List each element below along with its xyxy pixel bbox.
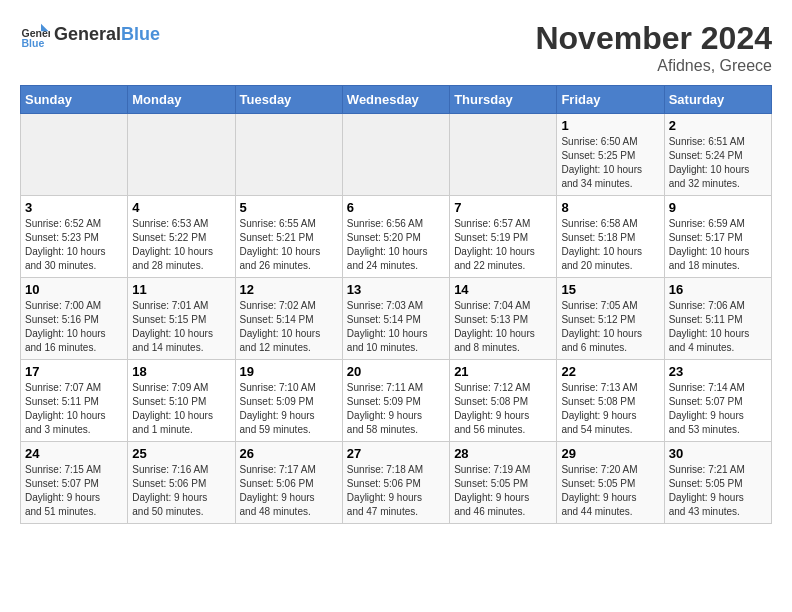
- day-info: Sunrise: 7:19 AM Sunset: 5:05 PM Dayligh…: [454, 463, 552, 519]
- calendar-cell: 6Sunrise: 6:56 AM Sunset: 5:20 PM Daylig…: [342, 196, 449, 278]
- day-info: Sunrise: 7:12 AM Sunset: 5:08 PM Dayligh…: [454, 381, 552, 437]
- day-number: 20: [347, 364, 445, 379]
- day-info: Sunrise: 7:01 AM Sunset: 5:15 PM Dayligh…: [132, 299, 230, 355]
- logo-text: GeneralBlue: [54, 25, 160, 45]
- day-info: Sunrise: 6:59 AM Sunset: 5:17 PM Dayligh…: [669, 217, 767, 273]
- month-title: November 2024: [535, 20, 772, 57]
- calendar-cell: 25Sunrise: 7:16 AM Sunset: 5:06 PM Dayli…: [128, 442, 235, 524]
- day-info: Sunrise: 7:13 AM Sunset: 5:08 PM Dayligh…: [561, 381, 659, 437]
- day-info: Sunrise: 7:02 AM Sunset: 5:14 PM Dayligh…: [240, 299, 338, 355]
- day-info: Sunrise: 7:00 AM Sunset: 5:16 PM Dayligh…: [25, 299, 123, 355]
- calendar-table: SundayMondayTuesdayWednesdayThursdayFrid…: [20, 85, 772, 524]
- day-info: Sunrise: 6:53 AM Sunset: 5:22 PM Dayligh…: [132, 217, 230, 273]
- svg-text:Blue: Blue: [22, 37, 45, 49]
- day-number: 16: [669, 282, 767, 297]
- day-info: Sunrise: 7:04 AM Sunset: 5:13 PM Dayligh…: [454, 299, 552, 355]
- day-info: Sunrise: 7:10 AM Sunset: 5:09 PM Dayligh…: [240, 381, 338, 437]
- day-number: 29: [561, 446, 659, 461]
- calendar-cell: 17Sunrise: 7:07 AM Sunset: 5:11 PM Dayli…: [21, 360, 128, 442]
- weekday-header-tuesday: Tuesday: [235, 86, 342, 114]
- day-number: 22: [561, 364, 659, 379]
- calendar-body: 1Sunrise: 6:50 AM Sunset: 5:25 PM Daylig…: [21, 114, 772, 524]
- calendar-cell: 13Sunrise: 7:03 AM Sunset: 5:14 PM Dayli…: [342, 278, 449, 360]
- day-number: 14: [454, 282, 552, 297]
- calendar-cell: 18Sunrise: 7:09 AM Sunset: 5:10 PM Dayli…: [128, 360, 235, 442]
- day-number: 6: [347, 200, 445, 215]
- day-info: Sunrise: 7:06 AM Sunset: 5:11 PM Dayligh…: [669, 299, 767, 355]
- calendar-cell: 8Sunrise: 6:58 AM Sunset: 5:18 PM Daylig…: [557, 196, 664, 278]
- calendar-cell: 2Sunrise: 6:51 AM Sunset: 5:24 PM Daylig…: [664, 114, 771, 196]
- calendar-cell: [342, 114, 449, 196]
- weekday-header-saturday: Saturday: [664, 86, 771, 114]
- day-number: 28: [454, 446, 552, 461]
- day-number: 18: [132, 364, 230, 379]
- calendar-cell: 3Sunrise: 6:52 AM Sunset: 5:23 PM Daylig…: [21, 196, 128, 278]
- day-number: 8: [561, 200, 659, 215]
- day-number: 30: [669, 446, 767, 461]
- day-number: 1: [561, 118, 659, 133]
- location-title: Afidnes, Greece: [535, 57, 772, 75]
- calendar-cell: 11Sunrise: 7:01 AM Sunset: 5:15 PM Dayli…: [128, 278, 235, 360]
- day-number: 26: [240, 446, 338, 461]
- calendar-cell: 24Sunrise: 7:15 AM Sunset: 5:07 PM Dayli…: [21, 442, 128, 524]
- calendar-cell: 19Sunrise: 7:10 AM Sunset: 5:09 PM Dayli…: [235, 360, 342, 442]
- day-info: Sunrise: 7:21 AM Sunset: 5:05 PM Dayligh…: [669, 463, 767, 519]
- calendar-cell: 4Sunrise: 6:53 AM Sunset: 5:22 PM Daylig…: [128, 196, 235, 278]
- calendar-cell: [235, 114, 342, 196]
- logo-icon: General Blue: [20, 20, 50, 50]
- calendar-week-row: 3Sunrise: 6:52 AM Sunset: 5:23 PM Daylig…: [21, 196, 772, 278]
- day-number: 27: [347, 446, 445, 461]
- weekday-row: SundayMondayTuesdayWednesdayThursdayFrid…: [21, 86, 772, 114]
- day-number: 13: [347, 282, 445, 297]
- day-number: 5: [240, 200, 338, 215]
- day-number: 23: [669, 364, 767, 379]
- calendar-cell: 14Sunrise: 7:04 AM Sunset: 5:13 PM Dayli…: [450, 278, 557, 360]
- day-number: 10: [25, 282, 123, 297]
- day-number: 21: [454, 364, 552, 379]
- day-number: 7: [454, 200, 552, 215]
- calendar-cell: 30Sunrise: 7:21 AM Sunset: 5:05 PM Dayli…: [664, 442, 771, 524]
- day-number: 11: [132, 282, 230, 297]
- calendar-week-row: 24Sunrise: 7:15 AM Sunset: 5:07 PM Dayli…: [21, 442, 772, 524]
- calendar-cell: 7Sunrise: 6:57 AM Sunset: 5:19 PM Daylig…: [450, 196, 557, 278]
- calendar-cell: 10Sunrise: 7:00 AM Sunset: 5:16 PM Dayli…: [21, 278, 128, 360]
- calendar-week-row: 17Sunrise: 7:07 AM Sunset: 5:11 PM Dayli…: [21, 360, 772, 442]
- day-info: Sunrise: 6:56 AM Sunset: 5:20 PM Dayligh…: [347, 217, 445, 273]
- day-info: Sunrise: 6:52 AM Sunset: 5:23 PM Dayligh…: [25, 217, 123, 273]
- calendar-cell: 21Sunrise: 7:12 AM Sunset: 5:08 PM Dayli…: [450, 360, 557, 442]
- weekday-header-monday: Monday: [128, 86, 235, 114]
- calendar-cell: 15Sunrise: 7:05 AM Sunset: 5:12 PM Dayli…: [557, 278, 664, 360]
- day-info: Sunrise: 6:55 AM Sunset: 5:21 PM Dayligh…: [240, 217, 338, 273]
- day-number: 24: [25, 446, 123, 461]
- calendar-week-row: 10Sunrise: 7:00 AM Sunset: 5:16 PM Dayli…: [21, 278, 772, 360]
- calendar-cell: 29Sunrise: 7:20 AM Sunset: 5:05 PM Dayli…: [557, 442, 664, 524]
- day-info: Sunrise: 7:11 AM Sunset: 5:09 PM Dayligh…: [347, 381, 445, 437]
- calendar-header: SundayMondayTuesdayWednesdayThursdayFrid…: [21, 86, 772, 114]
- calendar-cell: 28Sunrise: 7:19 AM Sunset: 5:05 PM Dayli…: [450, 442, 557, 524]
- calendar-cell: 22Sunrise: 7:13 AM Sunset: 5:08 PM Dayli…: [557, 360, 664, 442]
- calendar-cell: 27Sunrise: 7:18 AM Sunset: 5:06 PM Dayli…: [342, 442, 449, 524]
- day-number: 25: [132, 446, 230, 461]
- calendar-cell: 1Sunrise: 6:50 AM Sunset: 5:25 PM Daylig…: [557, 114, 664, 196]
- day-number: 12: [240, 282, 338, 297]
- day-number: 2: [669, 118, 767, 133]
- day-info: Sunrise: 6:50 AM Sunset: 5:25 PM Dayligh…: [561, 135, 659, 191]
- calendar-cell: 12Sunrise: 7:02 AM Sunset: 5:14 PM Dayli…: [235, 278, 342, 360]
- day-info: Sunrise: 7:18 AM Sunset: 5:06 PM Dayligh…: [347, 463, 445, 519]
- calendar-cell: 23Sunrise: 7:14 AM Sunset: 5:07 PM Dayli…: [664, 360, 771, 442]
- day-info: Sunrise: 7:14 AM Sunset: 5:07 PM Dayligh…: [669, 381, 767, 437]
- calendar-cell: 9Sunrise: 6:59 AM Sunset: 5:17 PM Daylig…: [664, 196, 771, 278]
- weekday-header-thursday: Thursday: [450, 86, 557, 114]
- day-info: Sunrise: 7:15 AM Sunset: 5:07 PM Dayligh…: [25, 463, 123, 519]
- day-number: 9: [669, 200, 767, 215]
- day-number: 4: [132, 200, 230, 215]
- calendar-week-row: 1Sunrise: 6:50 AM Sunset: 5:25 PM Daylig…: [21, 114, 772, 196]
- header: General Blue GeneralBlue November 2024 A…: [20, 20, 772, 75]
- calendar-cell: 20Sunrise: 7:11 AM Sunset: 5:09 PM Dayli…: [342, 360, 449, 442]
- weekday-header-sunday: Sunday: [21, 86, 128, 114]
- weekday-header-friday: Friday: [557, 86, 664, 114]
- calendar-cell: [128, 114, 235, 196]
- day-number: 17: [25, 364, 123, 379]
- calendar-cell: 26Sunrise: 7:17 AM Sunset: 5:06 PM Dayli…: [235, 442, 342, 524]
- calendar-cell: 16Sunrise: 7:06 AM Sunset: 5:11 PM Dayli…: [664, 278, 771, 360]
